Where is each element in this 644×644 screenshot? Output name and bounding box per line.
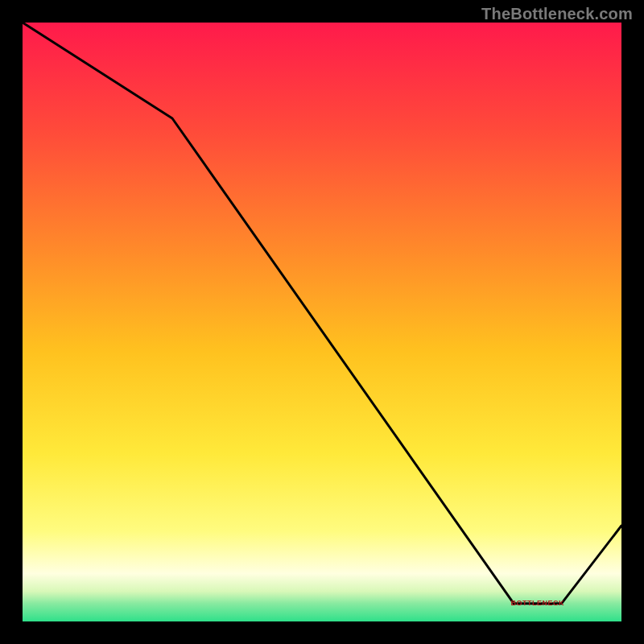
plot-area: BOTTLENECK xyxy=(23,23,621,621)
chart-frame: TheBottleneck.com xyxy=(0,0,644,644)
chart-line xyxy=(23,23,621,621)
watermark-text: TheBottleneck.com xyxy=(481,5,633,23)
plot-inner: BOTTLENECK xyxy=(23,23,621,621)
